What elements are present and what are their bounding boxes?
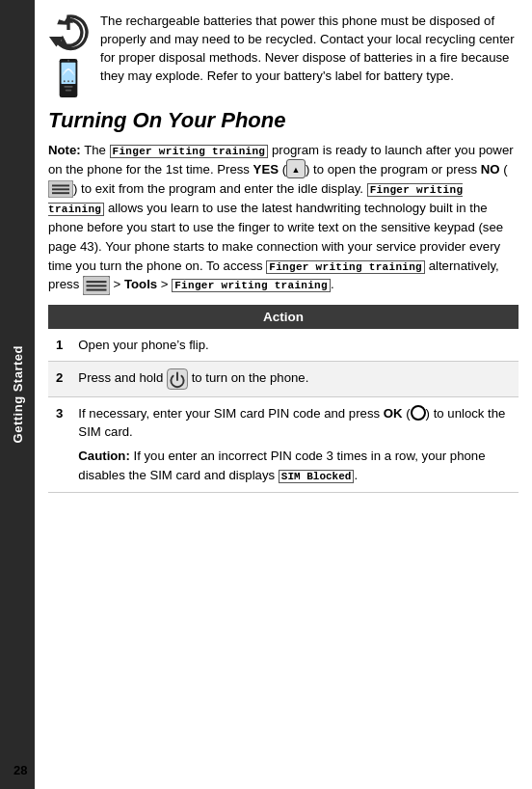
row-content-3: If necessary, enter your SIM card PIN co… <box>70 396 519 492</box>
top-icons-row: The rechargeable batteries that power th… <box>48 12 519 98</box>
row-3-text-pre: If necessary, enter your SIM card PIN co… <box>78 406 383 421</box>
svg-rect-11 <box>52 184 69 186</box>
top-text: The rechargeable batteries that power th… <box>100 12 519 86</box>
svg-rect-13 <box>52 192 69 194</box>
svg-point-8 <box>67 80 69 82</box>
caution-block: Caution: If you enter an incorrect PIN c… <box>78 447 511 485</box>
svg-rect-17 <box>86 288 106 290</box>
svg-rect-12 <box>52 188 69 190</box>
svg-rect-16 <box>86 285 106 286</box>
table-row: 3 If necessary, enter your SIM card PIN … <box>48 396 519 492</box>
page-wrapper: Getting Started <box>0 0 532 789</box>
row-num-2: 2 <box>48 361 70 396</box>
recycle-icon <box>48 12 89 52</box>
svg-rect-4 <box>66 90 72 92</box>
sidebar: Getting Started <box>0 0 35 789</box>
no-key: NO <box>481 162 500 177</box>
row-content-1: Open your phone’s flip. <box>70 329 519 362</box>
yes-button-icon: ▲ <box>286 159 306 178</box>
circle-button-icon <box>411 405 426 421</box>
body-paragraph: Note: The Finger writing training progra… <box>48 141 519 295</box>
main-content: The rechargeable batteries that power th… <box>35 0 532 789</box>
table-header: Action <box>48 305 519 329</box>
sidebar-label: Getting Started <box>11 345 25 443</box>
no-button-icon <box>48 180 73 198</box>
row-num-3: 3 <box>48 396 70 492</box>
yes-key: YES <box>253 162 279 177</box>
svg-rect-3 <box>64 86 72 88</box>
table-row: 1 Open your phone’s flip. <box>48 329 519 362</box>
ok-label: OK <box>384 406 403 421</box>
sim-blocked-label: SIM Blocked <box>279 470 355 483</box>
svg-point-9 <box>71 80 73 82</box>
table-row: 2 Press and hold to turn on the phone. <box>48 361 519 396</box>
row-content-2: Press and hold to turn on the phone. <box>70 361 519 396</box>
svg-point-7 <box>64 80 66 82</box>
menu-icon <box>83 276 110 295</box>
phone-icon <box>51 58 86 98</box>
svg-point-2 <box>67 60 69 62</box>
finger-writing-training-1: Finger writing training <box>110 145 269 158</box>
power-button-icon <box>167 368 188 390</box>
tools-label: Tools <box>124 277 157 291</box>
caution-label: Caution: <box>78 449 129 463</box>
note-label: Note: <box>48 143 81 157</box>
finger-writing-training-3: Finger writing training <box>266 260 425 274</box>
finger-writing-training-2: Finger writing training <box>48 183 463 216</box>
svg-rect-15 <box>86 281 106 283</box>
icon-block <box>48 12 89 98</box>
action-table: Action 1 Open your phone’s flip. 2 Press… <box>48 305 519 493</box>
row-num-1: 1 <box>48 329 70 362</box>
section-title: Turning On Your Phone <box>48 108 519 133</box>
finger-writing-training-4: Finger writing training <box>172 279 331 292</box>
